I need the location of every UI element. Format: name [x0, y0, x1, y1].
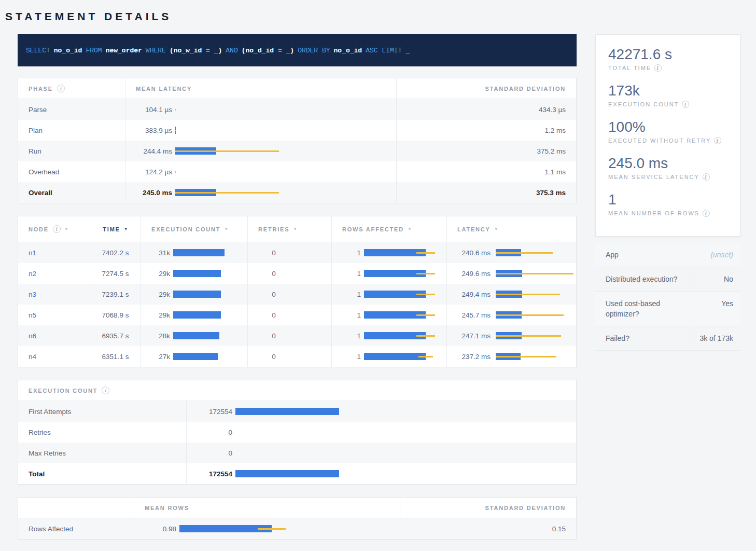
- latency-value: 240.6 ms: [447, 249, 491, 257]
- time-value: 6935.7 s: [102, 332, 129, 340]
- latency-value: 247.1 ms: [447, 332, 491, 340]
- node-link[interactable]: n1: [29, 249, 36, 257]
- time-value: 7239.1 s: [102, 291, 129, 298]
- row-label: Max Retries: [29, 449, 66, 457]
- statement-details-page: STATEMENT DETAILS SELECTno_o_idFROMnew_o…: [0, 0, 756, 551]
- node-statistics-table: NODE i ▼ TIME ▼ EXECUTION COUNT ▼ RETRIE…: [18, 216, 577, 367]
- count-bar-chart: [173, 249, 246, 256]
- latency-value: 249.4 ms: [447, 291, 491, 298]
- sql-identifier: no_o_id: [334, 47, 362, 54]
- table-row-rows-affected: Rows Affected 0.98 0.15: [18, 518, 576, 539]
- sort-desc-icon[interactable]: ▼: [293, 227, 297, 231]
- table-row-overall: Overall 245.0 ms 375.3 ms: [18, 182, 576, 203]
- phase-label: Plan: [29, 127, 43, 134]
- node-link[interactable]: n2: [29, 270, 36, 278]
- latency-bar-chart: [496, 353, 573, 360]
- summary-stats-card: 42271.6 s TOTAL TIMEi 173k EXECUTION COU…: [595, 34, 740, 237]
- retries-value: 0: [258, 249, 289, 257]
- attribute-row-distributed-execution: Distributed execution? No: [595, 267, 740, 292]
- info-icon[interactable]: i: [714, 137, 721, 144]
- sort-desc-icon[interactable]: ▼: [494, 227, 498, 231]
- attribute-label: Used cost-based optimizer?: [595, 292, 691, 326]
- node-table-header: NODE i ▼ TIME ▼ EXECUTION COUNT ▼ RETRIE…: [18, 216, 576, 242]
- count-value: 0: [187, 449, 232, 457]
- latency-bar-chart: [496, 311, 573, 319]
- mean-latency-value: 245.0 ms: [125, 189, 172, 197]
- std-dev-value: 1.2 ms: [544, 127, 566, 134]
- sql-identifier: _: [405, 47, 410, 54]
- column-header-standard-deviation: STANDARD DEVIATION: [396, 78, 576, 99]
- time-value: 7068.9 s: [102, 311, 129, 319]
- sql-keyword: WHERE: [146, 47, 166, 54]
- count-bar-chart: [235, 470, 339, 477]
- column-header-rows-affected[interactable]: ROWS AFFECTED ▼: [331, 216, 446, 242]
- mean-rows-value: 0.98: [134, 525, 176, 533]
- rows-bar-chart: [364, 270, 435, 277]
- node-row-n5: n5 7068.9 s 29k 0 1 245.7 ms: [18, 305, 576, 325]
- latency-bar-chart: [175, 127, 279, 134]
- execution-count-header: EXECUTION COUNT i: [18, 380, 576, 401]
- info-icon[interactable]: i: [703, 210, 710, 217]
- main-column: SELECTno_o_idFROMnew_orderWHERE(no_w_id …: [18, 34, 577, 551]
- stat-value: 42271.6 s: [608, 46, 727, 63]
- column-header-time[interactable]: TIME ▼: [90, 216, 141, 242]
- row-label: Rows Affected: [29, 525, 73, 533]
- execution-count-value: 31k: [141, 249, 170, 257]
- info-icon[interactable]: i: [682, 101, 689, 108]
- attribute-value: 3k of 173k: [691, 326, 740, 350]
- node-link[interactable]: n5: [29, 311, 36, 319]
- stat-label: TOTAL TIME: [608, 65, 651, 71]
- rows-bar-chart: [364, 353, 435, 360]
- column-header-phase: PHASE i: [18, 78, 125, 99]
- execution-count-value: 29k: [141, 291, 170, 298]
- sql-statement-box: SELECTno_o_idFROMnew_orderWHERE(no_w_id …: [18, 34, 577, 66]
- retries-value: 0: [258, 332, 289, 340]
- attribute-label: Failed?: [595, 326, 691, 350]
- latency-bar-chart: [496, 332, 573, 339]
- rows-affected-value: 1: [332, 270, 361, 278]
- info-icon[interactable]: i: [53, 225, 61, 233]
- table-row-retries: Retries 0: [18, 422, 576, 443]
- node-link[interactable]: n6: [29, 332, 36, 340]
- attribute-value: (unset): [691, 243, 740, 267]
- std-dev-value: 375.3 ms: [536, 189, 566, 197]
- column-header-execution-count[interactable]: EXECUTION COUNT ▼: [141, 216, 247, 242]
- table-row-total: Total 172554: [18, 463, 576, 484]
- rows-affected-value: 1: [332, 332, 361, 340]
- latency-value: 245.7 ms: [447, 311, 491, 319]
- count-bar-chart: [173, 311, 246, 319]
- info-icon[interactable]: i: [102, 387, 109, 394]
- std-dev-value: 1.1 ms: [544, 168, 566, 176]
- stat-executed-without-retry: 100% EXECUTED WITHOUT RETRYi: [608, 119, 727, 144]
- time-value: 6351.1 s: [102, 353, 129, 361]
- stat-execution-count: 173k EXECUTION COUNTi: [608, 82, 727, 108]
- node-link[interactable]: n4: [29, 353, 36, 361]
- sort-desc-icon[interactable]: ▼: [408, 227, 412, 231]
- attribute-row-app: App (unset): [595, 243, 740, 267]
- retries-value: 0: [258, 353, 289, 361]
- rows-affected-header: MEAN ROWS STANDARD DEVIATION: [18, 498, 576, 518]
- sort-desc-icon[interactable]: ▼: [224, 227, 228, 231]
- info-icon[interactable]: i: [57, 85, 65, 92]
- info-icon[interactable]: i: [654, 64, 662, 72]
- retries-value: 0: [258, 311, 289, 319]
- row-label: Retries: [29, 429, 51, 436]
- table-row-first-attempts: First Attempts 172554: [18, 401, 576, 422]
- table-row-run: Run 244.4 ms 375.2 ms: [18, 141, 576, 161]
- attribute-row-cost-based-optimizer: Used cost-based optimizer? Yes: [595, 292, 740, 326]
- node-link[interactable]: n3: [29, 291, 36, 298]
- info-icon[interactable]: i: [703, 173, 710, 181]
- sort-desc-icon[interactable]: ▼: [124, 227, 128, 231]
- sidebar: 42271.6 s TOTAL TIMEi 173k EXECUTION COU…: [595, 34, 740, 351]
- phase-latency-table: PHASE i MEAN LATENCY STANDARD DEVIATION …: [18, 78, 577, 203]
- attribute-row-failed: Failed? 3k of 173k: [595, 326, 740, 351]
- stat-total-time: 42271.6 s TOTAL TIMEi: [608, 46, 727, 72]
- sort-desc-icon[interactable]: ▼: [64, 227, 68, 231]
- count-bar-chart: [235, 408, 339, 415]
- column-header-node[interactable]: NODE i ▼: [18, 216, 90, 242]
- time-value: 7402.2 s: [102, 249, 129, 257]
- column-header-retries[interactable]: RETRIES ▼: [247, 216, 331, 242]
- column-header-latency[interactable]: LATENCY ▼: [446, 216, 576, 242]
- stat-value: 100%: [608, 119, 727, 135]
- table-row-overhead: Overhead 124.2 µs 1.1 ms: [18, 161, 576, 182]
